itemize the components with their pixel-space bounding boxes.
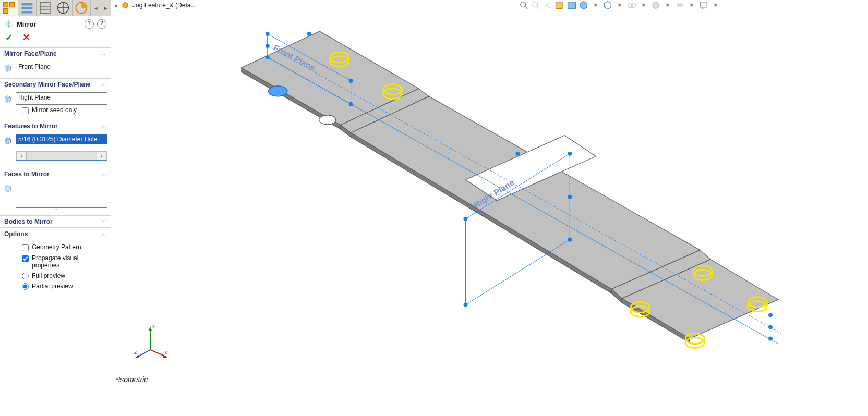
svg-point-56 — [269, 86, 287, 96]
section-mirror-face-header[interactable]: Mirror Face/Plane ︿ — [0, 47, 111, 59]
chevron-up-icon: ︿ — [101, 123, 106, 130]
partial-preview-radio[interactable] — [22, 283, 29, 290]
svg-marker-26 — [5, 186, 11, 192]
option-geometry-pattern-row[interactable]: Geometry Pattern — [3, 242, 107, 253]
features-scroll-track[interactable] — [27, 152, 97, 160]
section-features-header[interactable]: Features to Mirror ︿ — [0, 120, 111, 132]
svg-rect-6 — [40, 3, 50, 14]
svg-rect-2 — [3, 9, 8, 14]
partial-preview-label: Partial preview — [32, 283, 73, 290]
tab-display-manager[interactable] — [73, 0, 91, 16]
section-bodies-label: Bodies to Mirror — [4, 218, 101, 225]
section-features-label: Features to Mirror — [4, 123, 101, 130]
face-icon — [3, 184, 13, 193]
tab-dimxpert[interactable] — [54, 0, 73, 16]
faces-selection-box[interactable] — [16, 182, 107, 208]
tabstrip-prev[interactable]: ◂ — [91, 0, 101, 16]
section-faces-header[interactable]: Faces to Mirror ︿ — [0, 168, 111, 180]
chevron-up-icon: ︿ — [101, 81, 106, 88]
propagate-label: Propagate visual properties — [32, 254, 107, 269]
svg-text:Y: Y — [152, 324, 155, 329]
option-propagate-row[interactable]: Propagate visual properties — [3, 253, 107, 271]
ok-button[interactable]: ✓ — [5, 32, 13, 43]
svg-point-85 — [768, 325, 773, 329]
svg-marker-49 — [351, 96, 700, 289]
features-scroll-left[interactable]: ‹ — [16, 152, 27, 160]
panel-tabstrip: ◂ ▸ — [0, 0, 111, 16]
section-secondary-face-label: Secondary Mirror Face/Plane — [4, 81, 101, 88]
svg-point-82 — [307, 32, 311, 36]
secondary-face-selection[interactable]: Right Plane — [16, 92, 107, 105]
view-triad[interactable]: Y X Z — [132, 321, 168, 358]
svg-point-89 — [568, 238, 572, 242]
help-undo-button[interactable]: ? — [85, 19, 94, 29]
plane-icon — [3, 94, 13, 104]
svg-line-76 — [268, 57, 778, 344]
svg-rect-13 — [5, 21, 8, 27]
svg-point-57 — [319, 115, 336, 125]
svg-point-92 — [515, 152, 520, 156]
section-secondary-face-header[interactable]: Secondary Mirror Face/Plane ︿ — [0, 78, 111, 90]
chevron-down-icon: ﹀ — [101, 218, 106, 225]
option-partial-preview-row[interactable]: Partial preview — [3, 281, 107, 291]
cancel-button[interactable]: ✕ — [22, 32, 30, 43]
help-button[interactable]: ? — [97, 19, 106, 29]
svg-rect-4 — [21, 7, 32, 10]
svg-point-80 — [349, 102, 353, 106]
resize-grip[interactable]: ⋯ — [3, 161, 107, 164]
svg-rect-5 — [21, 11, 32, 14]
scene-svg: Front Plane Right Plane — [111, 0, 810, 383]
chevron-up-icon: ︿ — [101, 50, 106, 57]
svg-point-77 — [266, 32, 270, 36]
svg-marker-24 — [5, 138, 11, 144]
full-preview-radio[interactable] — [22, 273, 29, 279]
svg-rect-0 — [3, 3, 8, 7]
svg-rect-3 — [21, 3, 32, 6]
plane-icon — [3, 64, 13, 73]
mirror-seed-only-row[interactable]: Mirror seed only — [3, 105, 107, 116]
tabstrip-next[interactable]: ▸ — [101, 0, 111, 16]
svg-rect-14 — [10, 21, 13, 27]
svg-rect-1 — [9, 3, 14, 7]
mirror-face-selection[interactable]: Front Plane — [16, 62, 107, 74]
svg-point-84 — [768, 337, 773, 341]
svg-point-88 — [568, 152, 572, 156]
propagate-checkbox[interactable] — [22, 255, 29, 262]
section-bodies-header[interactable]: Bodies to Mirror ﹀ — [0, 215, 111, 227]
view-name-label: *Isometric — [115, 375, 148, 384]
tab-feature-manager[interactable] — [0, 0, 18, 16]
property-manager-panel: ◂ ▸ Mirror ? ? ✓ ✕ Mirror Face/Plane ︿ — [0, 0, 111, 384]
tab-property-manager[interactable] — [18, 0, 37, 16]
mirror-seed-only-checkbox[interactable] — [22, 107, 29, 114]
svg-point-87 — [463, 217, 467, 221]
option-full-preview-row[interactable]: Full preview — [3, 271, 107, 281]
section-options-header[interactable]: Options ︿ — [0, 228, 111, 240]
graphics-viewport[interactable]: ▸ Jog Feature_& (Defa... ▾ ▾ ▾ ▾ ▾ ▾ — [111, 0, 810, 384]
features-scroll-right[interactable]: › — [97, 152, 107, 160]
feature-item-selected[interactable]: 5/16 (0.3125) Diameter Hole — [16, 134, 107, 144]
feature-title: Mirror — [17, 20, 81, 28]
section-mirror-face-label: Mirror Face/Plane — [4, 50, 101, 57]
mirror-seed-only-label: Mirror seed only — [32, 106, 77, 114]
svg-point-78 — [349, 79, 353, 83]
geometry-pattern-checkbox[interactable] — [22, 244, 29, 251]
svg-point-90 — [463, 303, 467, 307]
svg-text:X: X — [164, 350, 167, 356]
features-selection-box[interactable]: 5/16 (0.3125) Diameter Hole ‹ › — [16, 134, 107, 161]
feature-icon — [3, 136, 13, 145]
resize-grip[interactable]: ⋯ — [3, 208, 107, 211]
full-preview-label: Full preview — [32, 272, 65, 279]
section-faces-label: Faces to Mirror — [4, 170, 101, 178]
section-options-label: Options — [4, 230, 101, 238]
svg-point-79 — [266, 55, 270, 59]
svg-point-81 — [266, 44, 270, 48]
svg-point-83 — [768, 313, 773, 317]
svg-point-91 — [568, 195, 572, 199]
mirror-icon — [4, 19, 14, 29]
svg-text:Z: Z — [134, 350, 137, 355]
chevron-up-icon: ︿ — [101, 230, 106, 238]
chevron-up-icon: ︿ — [101, 170, 106, 178]
tab-config-manager[interactable] — [37, 0, 55, 16]
geometry-pattern-label: Geometry Pattern — [32, 243, 81, 251]
